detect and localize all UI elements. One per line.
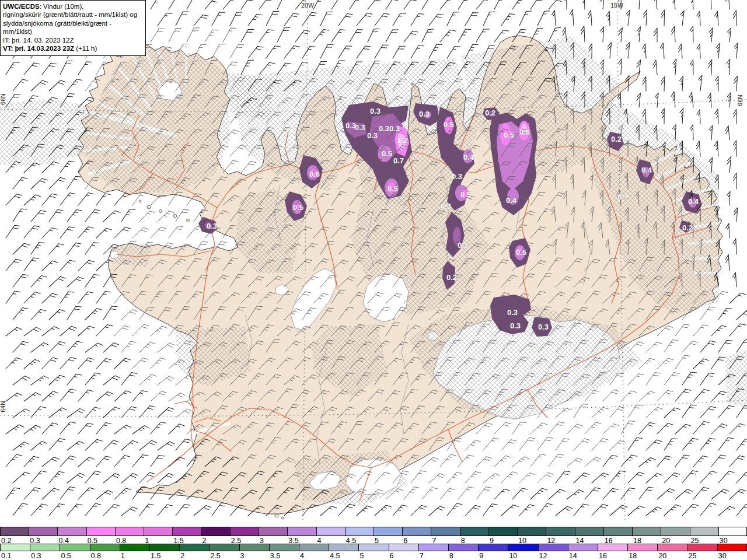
sleet-colorbar-cell xyxy=(259,527,288,536)
sleet-colorbar-cell xyxy=(345,527,374,536)
legend-title: UWC/ECDS: Vindur (10m), xyxy=(3,2,142,10)
graticule-label-66N: 66N xyxy=(0,93,6,104)
rain-colorbar-tick-label: 14 xyxy=(569,552,577,560)
sleet-colorbar-cell xyxy=(172,527,201,536)
precip-value-label: 0.3 xyxy=(379,124,389,133)
rain-colorbar-cell xyxy=(120,544,150,551)
precip-value-label: 0.5 xyxy=(504,131,514,139)
precip-value-label: 0.3 xyxy=(538,323,549,331)
precip-value-label: 0.3 xyxy=(207,222,217,230)
rain-colorbar-tick-label: 2 xyxy=(180,552,184,560)
rain-colorbar-tick-label: 1.5 xyxy=(151,552,160,560)
rain-colorbar-tick-label: 7 xyxy=(420,552,424,560)
precip-value-label: 0.4 xyxy=(688,197,699,206)
sleet-colorbar-cell xyxy=(374,527,403,536)
sleet-colorbar-cell xyxy=(201,527,231,536)
rain-colorbar-cell xyxy=(717,544,747,551)
precip-value-label: 0.3 xyxy=(510,321,521,330)
rain-colorbar-tick-label: 2.5 xyxy=(210,552,220,560)
rain-colorbar-cell xyxy=(657,544,687,551)
sleet-colorbar-cell xyxy=(517,527,546,536)
legend-valid-time: VT: þri. 14.03.2023 23Z (+11 h) xyxy=(3,44,142,52)
sleet-colorbar-cell xyxy=(546,527,575,536)
sleet-colorbar-cell xyxy=(575,527,604,536)
precip-value-label: 0.1 xyxy=(617,192,628,201)
rain-colorbar-tick-label: 4.5 xyxy=(330,552,340,560)
sleet-colorbar-cell xyxy=(230,527,259,536)
precip-value-label: 0.2 xyxy=(682,223,693,232)
rain-colorbar-tick-label: 18 xyxy=(629,552,637,560)
rain-colorbar-cell xyxy=(60,544,90,551)
precip-value-label: 0.3 xyxy=(458,241,468,250)
sleet-colorbar-cell xyxy=(316,527,345,536)
rain-colorbar-tick-label: 25 xyxy=(689,552,697,560)
precip-value-label: 0.4 xyxy=(463,153,474,162)
sleet-colorbar xyxy=(0,527,747,536)
legend-sleet-line: slydda/snjókoma (grátt/bleikt/grænt - mm… xyxy=(3,19,142,36)
sleet-colorbar-cell xyxy=(144,527,173,536)
rain-colorbar-cell xyxy=(389,544,419,551)
precip-value-label: 0.5 xyxy=(444,120,454,129)
graticule-label-66N: 66N xyxy=(736,94,743,106)
precip-value-label: 0.3 xyxy=(452,172,462,181)
rain-colorbar-tick-label: 6 xyxy=(390,552,394,560)
precip-value-label: 0.4 xyxy=(641,166,652,174)
rain-colorbar-tick-label: 3.5 xyxy=(270,552,280,560)
rain-colorbar-tick-label: 30 xyxy=(718,552,727,560)
precip-value-label: 0.6 xyxy=(519,128,530,136)
rain-colorbar-tick-label: 0.3 xyxy=(31,552,41,560)
precip-value-label: 0.3 xyxy=(389,124,400,133)
rain-colorbar-tick-label: 0.1 xyxy=(1,552,11,560)
precip-value-label: 0.5 xyxy=(382,149,392,158)
rain-colorbar-cell xyxy=(478,544,508,551)
sleet-colorbar-cell xyxy=(57,527,86,536)
sleet-colorbar-cell xyxy=(718,527,747,536)
sleet-colorbar-labels: 0.20.30.40.50.811.522.533.544.5567891012… xyxy=(0,537,747,544)
legend-rain-line: rigning/skúrir (grænt/blátt/rautt - mm/1… xyxy=(3,10,142,19)
rain-colorbar-cell xyxy=(209,544,239,551)
precip-value-label: 0.2 xyxy=(485,108,495,117)
rain-colorbar-cell xyxy=(538,544,568,551)
rain-colorbar-cell xyxy=(90,544,120,551)
rain-colorbar-cell xyxy=(269,544,299,551)
sleet-colorbar-cell xyxy=(632,527,661,536)
precip-value-label: 0.5 xyxy=(293,203,303,212)
rain-colorbar-cell xyxy=(30,544,60,551)
sleet-colorbar-cell xyxy=(460,527,489,536)
rain-colorbar-tick-label: 8 xyxy=(449,552,453,560)
rain-colorbar-tick-label: 9 xyxy=(479,552,483,560)
precip-value-label: 0.4 xyxy=(506,196,517,205)
precip-value-label: 1.2 xyxy=(397,136,407,145)
sleet-colorbar-cell xyxy=(287,527,316,536)
sleet-colorbar-cell xyxy=(431,527,460,536)
rain-colorbar-tick-label: 0.8 xyxy=(91,552,101,560)
rain-colorbar-tick-label: 4 xyxy=(300,552,304,560)
rain-colorbar-tick-label: 10 xyxy=(509,552,517,560)
rain-colorbar-labels: 0.10.30.50.811.522.533.544.5567891012141… xyxy=(0,552,747,559)
rain-colorbar-cell xyxy=(508,544,538,551)
graticule-label-20W: 20W xyxy=(301,2,314,9)
sleet-colorbar-cell xyxy=(0,527,29,536)
rain-colorbar-tick-label: 20 xyxy=(658,552,666,560)
precip-value-label: 0.3 xyxy=(419,110,430,118)
precip-value-label: 0.3 xyxy=(370,107,381,116)
precip-value-label: 0.3 xyxy=(441,202,451,211)
sleet-colorbar-cell xyxy=(603,527,633,536)
rain-colorbar-cell xyxy=(0,544,30,551)
rain-colorbar-cell xyxy=(358,544,389,551)
precip-value-label: 0.6 xyxy=(309,170,320,178)
precip-value-label: 0.3 xyxy=(367,131,378,140)
precip-value-label: 0.5 xyxy=(388,184,398,193)
rain-colorbar xyxy=(0,544,747,551)
rain-colorbar-cell xyxy=(299,544,329,551)
precip-value-label: 0.5 xyxy=(460,190,471,199)
rain-colorbar-cell xyxy=(687,544,718,551)
legend-box: UWC/ECDS: Vindur (10m), rigning/skúrir (… xyxy=(0,0,146,56)
legend-init-time: IT: þri. 14. 03. 2023 12Z xyxy=(3,36,142,44)
precip-value-label: 0.3 xyxy=(355,123,365,132)
rain-colorbar-cell xyxy=(418,544,449,551)
sleet-colorbar-cell xyxy=(402,527,431,536)
rain-colorbar-cell xyxy=(598,544,628,551)
colorbar-area: 0.20.30.40.50.811.522.533.544.5567891012… xyxy=(0,526,747,560)
precip-value-label: 0.2 xyxy=(446,273,457,282)
